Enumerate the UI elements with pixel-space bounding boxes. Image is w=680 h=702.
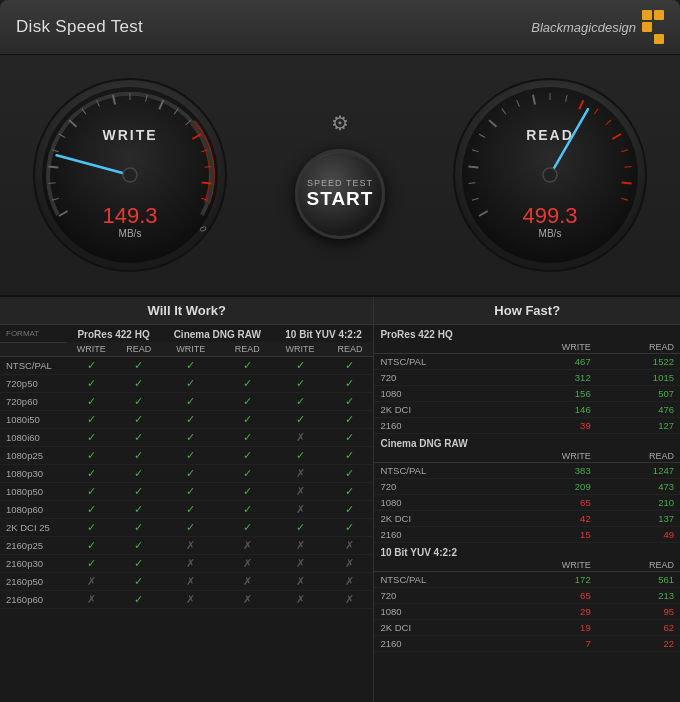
- check-cell: ✗: [274, 483, 327, 501]
- hf-group-name: ProRes 422 HQ: [374, 325, 680, 341]
- check-cell: ✓: [221, 465, 274, 483]
- svg-text:149.3: 149.3: [102, 203, 157, 228]
- start-label-main: START: [307, 188, 374, 210]
- check-cell: ✓: [221, 393, 274, 411]
- hf-write-value: 7: [504, 636, 596, 652]
- check-cell: ✗: [221, 591, 274, 609]
- format-cell: 2160p60: [0, 591, 66, 609]
- table-row: NTSC/PAL✓✓✓✓✓✓: [0, 357, 373, 375]
- start-label-top: SPEED TEST: [307, 178, 373, 188]
- check-cell: ✓: [327, 447, 374, 465]
- check-cell: ✗: [327, 555, 374, 573]
- how-fast-header: How Fast?: [374, 297, 680, 325]
- format-cell: 720p60: [0, 393, 66, 411]
- check-cell: ✗: [274, 591, 327, 609]
- hf-write-value: 383: [504, 463, 596, 479]
- hf-row-label: 1080: [374, 386, 504, 402]
- svg-line-33: [468, 166, 478, 167]
- hf-col-header: WRITEREAD: [374, 341, 680, 354]
- hf-data-row: 72065213: [374, 588, 680, 604]
- check-cell: ✓: [116, 447, 160, 465]
- hf-col-label: WRITE: [504, 559, 596, 572]
- format-cell: 1080i60: [0, 429, 66, 447]
- hf-row-label: 2160: [374, 636, 504, 652]
- format-cell: 1080p60: [0, 501, 66, 519]
- check-cell: ✓: [274, 393, 327, 411]
- check-cell: ✓: [327, 429, 374, 447]
- check-cell: ✓: [274, 519, 327, 537]
- check-cell: ✓: [327, 465, 374, 483]
- check-cell: ✓: [66, 411, 116, 429]
- check-cell: ✗: [274, 465, 327, 483]
- hf-row-label: 1080: [374, 604, 504, 620]
- center-controls: ⚙ SPEED TEST START: [295, 111, 385, 239]
- format-cell: 720p50: [0, 375, 66, 393]
- read-gauge: READ 499.3 MB/s: [450, 75, 650, 275]
- hf-col-header: WRITEREAD: [374, 450, 680, 463]
- check-cell: ✗: [161, 537, 221, 555]
- how-fast-body: ProRes 422 HQWRITEREADNTSC/PAL4671522720…: [374, 325, 680, 652]
- svg-point-52: [543, 168, 557, 182]
- check-cell: ✓: [66, 429, 116, 447]
- hf-col-label: [374, 559, 504, 572]
- svg-line-20: [202, 183, 212, 184]
- check-cell: ✓: [116, 465, 160, 483]
- col-empty: [0, 342, 66, 357]
- svg-line-48: [622, 183, 632, 184]
- check-cell: ✓: [274, 375, 327, 393]
- logo-sq-5: [642, 34, 652, 44]
- hf-col-label: [374, 450, 504, 463]
- check-cell: ✓: [116, 501, 160, 519]
- col-yuv-write: WRITE: [274, 342, 327, 357]
- check-cell: ✓: [161, 483, 221, 501]
- hf-col-label: READ: [597, 450, 680, 463]
- hf-row-label: 2K DCI: [374, 620, 504, 636]
- hf-col-label: READ: [597, 341, 680, 354]
- hf-row-label: NTSC/PAL: [374, 463, 504, 479]
- hf-data-row: NTSC/PAL3831247: [374, 463, 680, 479]
- col-prores-header: ProRes 422 HQ: [66, 325, 161, 342]
- table-row: 2160p25✓✓✗✗✗✗: [0, 537, 373, 555]
- check-cell: ✗: [221, 573, 274, 591]
- hf-read-value: 1247: [597, 463, 680, 479]
- hf-read-value: 1522: [597, 354, 680, 370]
- hf-group-name: 10 Bit YUV 4:2:2: [374, 543, 680, 560]
- check-cell: ✓: [327, 483, 374, 501]
- hf-data-row: 2K DCI146476: [374, 402, 680, 418]
- will-it-work-header: Will It Work?: [0, 297, 373, 325]
- check-cell: ✓: [327, 501, 374, 519]
- hf-row-label: 720: [374, 588, 504, 604]
- start-button[interactable]: SPEED TEST START: [295, 149, 385, 239]
- hf-col-header: WRITEREAD: [374, 559, 680, 572]
- svg-text:MB/s: MB/s: [119, 228, 142, 239]
- check-cell: ✓: [221, 375, 274, 393]
- hf-write-value: 146: [504, 402, 596, 418]
- settings-icon[interactable]: ⚙: [331, 111, 349, 135]
- hf-data-row: NTSC/PAL4671522: [374, 354, 680, 370]
- hf-data-row: 2K DCI42137: [374, 511, 680, 527]
- check-cell: ✗: [221, 555, 274, 573]
- format-cell: 2K DCI 25: [0, 519, 66, 537]
- hf-read-value: 22: [597, 636, 680, 652]
- check-cell: ✓: [327, 411, 374, 429]
- table-row: 1080i50✓✓✓✓✓✓: [0, 411, 373, 429]
- hf-write-value: 39: [504, 418, 596, 434]
- check-cell: ✗: [274, 501, 327, 519]
- hf-write-value: 156: [504, 386, 596, 402]
- table-row: 2160p60✗✓✗✗✗✗: [0, 591, 373, 609]
- hf-row-label: 2160: [374, 527, 504, 543]
- check-cell: ✓: [161, 393, 221, 411]
- check-cell: ✗: [66, 591, 116, 609]
- col-prores-read: READ: [116, 342, 160, 357]
- hf-read-value: 62: [597, 620, 680, 636]
- hf-write-value: 172: [504, 572, 596, 588]
- hf-write-value: 29: [504, 604, 596, 620]
- hf-row-label: 2K DCI: [374, 402, 504, 418]
- col-cdng-header: Cinema DNG RAW: [161, 325, 274, 342]
- check-cell: ✗: [327, 591, 374, 609]
- how-fast-panel: How Fast? ProRes 422 HQWRITEREADNTSC/PAL…: [374, 297, 680, 702]
- check-cell: ✓: [66, 375, 116, 393]
- hf-write-value: 19: [504, 620, 596, 636]
- check-cell: ✗: [221, 537, 274, 555]
- check-cell: ✓: [274, 357, 327, 375]
